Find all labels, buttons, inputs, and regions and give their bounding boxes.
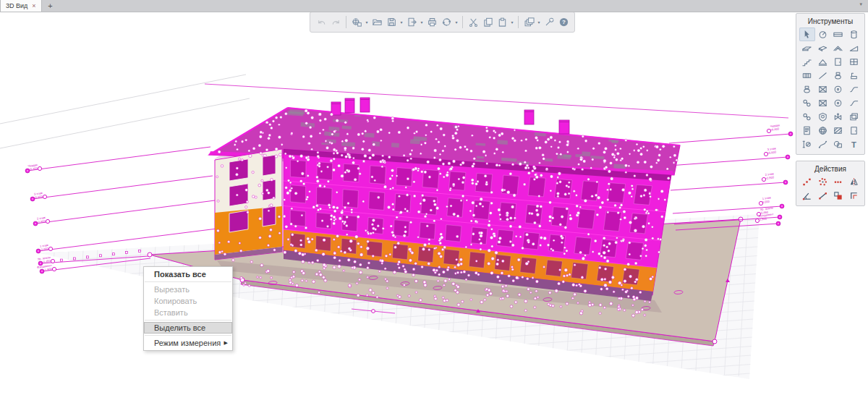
paste-button[interactable]	[495, 14, 509, 30]
rotate-action[interactable]	[815, 175, 831, 189]
wall-tool[interactable]	[830, 27, 846, 41]
tab-3d-view[interactable]: 3D Вид ×	[0, 0, 42, 12]
electrical-tool[interactable]	[799, 110, 815, 124]
edge-action[interactable]	[815, 189, 831, 203]
assembly-tool[interactable]	[846, 110, 862, 124]
measure-tool[interactable]	[815, 27, 831, 41]
topography-tool[interactable]	[815, 124, 831, 137]
windows-dropdown-caret[interactable]: ▾	[536, 14, 542, 30]
svg-text:0,000: 0,000	[41, 247, 49, 251]
help-button[interactable]: ?	[556, 14, 571, 30]
undo-button[interactable]	[314, 14, 328, 30]
scale-action[interactable]	[830, 189, 846, 203]
windows-icon	[524, 17, 535, 27]
furniture-tool-icon	[848, 70, 859, 81]
paste-dropdown-caret[interactable]: ▾	[509, 14, 515, 30]
toolbar-separator	[462, 16, 463, 28]
window-tool[interactable]	[846, 55, 862, 69]
equipment-tool[interactable]	[815, 82, 831, 96]
open-button[interactable]	[370, 14, 384, 30]
curtain-wall-tool[interactable]	[799, 69, 815, 82]
stair-tool[interactable]	[799, 55, 815, 69]
hatch-tool-icon	[833, 125, 843, 136]
window-tool-icon	[848, 56, 859, 67]
sync-dropdown-caret[interactable]: ▾	[454, 14, 459, 30]
menu-item-режим-измерения[interactable]: Режим измерения▶	[144, 337, 232, 349]
print-icon	[427, 17, 438, 27]
new-tab-button[interactable]: +	[42, 0, 59, 12]
save-button[interactable]	[384, 14, 399, 30]
project-dropdown-caret[interactable]: ▾	[364, 14, 370, 30]
menu-item-выделить-все[interactable]: Выделить все	[144, 322, 232, 334]
cut-button[interactable]	[466, 14, 480, 30]
stair-tool-icon	[801, 56, 812, 67]
offset-action[interactable]	[846, 189, 862, 203]
cut-icon	[468, 17, 479, 27]
pipe-equipment-tool[interactable]	[815, 96, 831, 110]
foundation-tool[interactable]	[815, 55, 831, 69]
print-button[interactable]	[425, 14, 439, 30]
svg-text:+5,600: +5,600	[767, 150, 777, 155]
door-tool[interactable]	[830, 55, 846, 69]
region-tool[interactable]	[830, 137, 846, 151]
furniture-tool[interactable]	[846, 69, 862, 82]
sanitary-equipment-tool[interactable]	[799, 82, 815, 96]
project-button[interactable]	[349, 14, 364, 30]
sanitary-equipment-tool-icon	[801, 84, 812, 95]
flex-duct-tool[interactable]	[846, 82, 862, 96]
tools-panel: Инструменты T	[796, 13, 865, 155]
tab-label: 3D Вид	[6, 2, 27, 9]
windows-button[interactable]	[522, 14, 536, 30]
tab-overflow-chevron-icon[interactable]: ▾	[859, 1, 862, 7]
menu-item-показать-все[interactable]: Показать все	[144, 268, 232, 280]
roof-tool[interactable]	[830, 41, 846, 55]
drawing-tool-icon	[801, 125, 812, 136]
pump-tool[interactable]	[830, 96, 846, 110]
flex-pipe-tool[interactable]	[846, 96, 862, 110]
actions-panel-title: Действия	[799, 165, 861, 173]
hatch-tool[interactable]	[830, 124, 846, 137]
fan-tool-icon	[833, 84, 843, 95]
floor-tool[interactable]	[815, 41, 831, 55]
section-tool[interactable]	[799, 137, 815, 151]
select-tool[interactable]	[799, 27, 815, 41]
mirror-action[interactable]	[846, 175, 862, 189]
plumbing-fixture-tool[interactable]	[830, 69, 846, 82]
angle-action[interactable]	[799, 189, 815, 203]
open-icon	[372, 17, 383, 27]
svg-text:+2,800: +2,800	[36, 219, 46, 224]
beam-tool[interactable]	[799, 41, 815, 55]
pipe-tool[interactable]	[799, 96, 815, 110]
copy-button[interactable]	[480, 14, 495, 30]
text-tool[interactable]: T	[846, 137, 862, 151]
room-tool[interactable]	[815, 110, 831, 124]
drawing-tool[interactable]	[799, 124, 815, 137]
column-tool[interactable]	[846, 27, 862, 41]
svg-text:T: T	[851, 140, 856, 149]
opening-tool[interactable]	[846, 124, 862, 137]
paste-icon	[497, 17, 508, 27]
route-tool[interactable]	[815, 137, 831, 151]
settings-button[interactable]	[542, 14, 556, 30]
menu-separator	[145, 320, 231, 321]
tab-close-icon[interactable]: ×	[32, 3, 35, 9]
svg-text:+5,600: +5,600	[33, 195, 43, 200]
help-icon: ?	[558, 17, 569, 27]
ramp-tool[interactable]	[846, 41, 862, 55]
redo-button[interactable]	[328, 14, 343, 30]
submenu-arrow-icon: ▶	[224, 340, 228, 345]
beam-tool-icon	[801, 43, 812, 54]
sync-button[interactable]	[439, 14, 454, 30]
3d-viewport[interactable]: Чердак+8,400Чердак+8,4003 этаж+5,6003 эт…	[0, 0, 868, 403]
text-tool-icon: T	[848, 139, 859, 150]
move-action[interactable]	[799, 175, 815, 189]
menu-separator	[145, 281, 231, 282]
edge-action-icon	[817, 190, 828, 201]
export-dropdown-caret[interactable]: ▾	[419, 14, 425, 30]
model-line-tool[interactable]	[815, 69, 831, 82]
valve-tool[interactable]	[830, 110, 846, 124]
fan-tool[interactable]	[830, 82, 846, 96]
save-dropdown-caret[interactable]: ▾	[399, 14, 404, 30]
export-button[interactable]	[404, 14, 419, 30]
more-actions[interactable]	[830, 175, 846, 189]
